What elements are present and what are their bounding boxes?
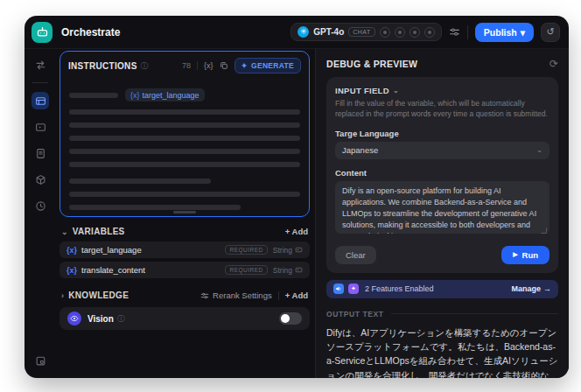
skeleton-line: [69, 162, 300, 167]
vision-setting-card: Vision ⓘ: [60, 307, 310, 330]
vision-label: Vision: [88, 314, 114, 324]
debug-preview-panel: DEBUG & PREVIEW ⟳ INPUT FIELD ⌄ Fill in …: [315, 49, 569, 378]
sidebar-item-panel-toggle[interactable]: [32, 352, 49, 369]
header-divider: [467, 25, 468, 39]
chevron-down-icon: ⌄: [61, 228, 68, 236]
vision-toggle[interactable]: [279, 312, 302, 325]
variable-icon: {x}: [66, 266, 77, 275]
target-language-select[interactable]: Japanese ⌄: [335, 142, 550, 159]
skeleton-line: [69, 178, 211, 184]
model-name: GPT-4o: [313, 27, 344, 37]
copy-prompt-icon[interactable]: [220, 61, 228, 70]
left-sidebar: [24, 49, 56, 378]
prompt-editor[interactable]: {x} target_language {x}: [60, 77, 309, 217]
history-icon: ↺: [546, 26, 554, 38]
knowledge-header: › KNOWLEDGE Rerank Settings + Add: [61, 290, 308, 300]
text-to-speech-feature-icon: [333, 284, 344, 294]
sidebar-item-logs[interactable]: [32, 144, 49, 162]
prompt-char-count: 78: [182, 61, 191, 70]
add-knowledge-button[interactable]: + Add: [285, 290, 308, 300]
variables-header: ⌄ VARIABLES + Add: [61, 227, 308, 236]
manage-features-link[interactable]: Manage →: [511, 284, 551, 293]
eye-icon: [67, 312, 81, 326]
sidebar-item-monitoring[interactable]: [32, 197, 49, 214]
skeleton-line: [69, 205, 241, 210]
configuration-column: INSTRUCTIONS ⓘ 78 {x} ✦ GENE: [56, 49, 315, 378]
rerank-icon: [200, 291, 209, 300]
output-divider: [391, 313, 558, 314]
skeleton-line: [69, 136, 300, 141]
features-enabled-bar[interactable]: ✦ 2 Features Enabled Manage →: [326, 280, 558, 298]
sidebar-item-arrange[interactable]: [32, 56, 49, 74]
input-type-icon: [295, 266, 303, 274]
model-capability-icon: [424, 27, 435, 38]
required-badge: REQUIRED: [225, 265, 267, 275]
insert-variable-icon[interactable]: {x}: [204, 61, 214, 70]
page-title: Orchestrate: [61, 26, 120, 38]
app-logo-icon: [32, 22, 52, 43]
model-selector[interactable]: ✳ GPT-4o CHAT: [290, 23, 442, 41]
sparkle-icon: ✦: [242, 61, 248, 70]
chevron-down-icon: ⌄: [393, 87, 399, 94]
content-label: Content: [335, 168, 550, 178]
sidebar-item-terminal[interactable]: [32, 118, 49, 136]
variable-type: String: [273, 246, 303, 255]
app-window: Orchestrate ✳ GPT-4o CHAT Publish▾: [24, 16, 569, 378]
generate-button[interactable]: ✦ GENERATE: [234, 58, 301, 74]
model-mode-badge: CHAT: [348, 27, 375, 37]
model-capability-icon: [380, 27, 390, 38]
chevron-right-icon: ›: [61, 291, 64, 300]
arrow-right-icon: →: [543, 284, 551, 293]
model-capability-icon: [410, 27, 420, 38]
instructions-title: INSTRUCTIONS: [68, 61, 137, 71]
tools-divider: [197, 61, 198, 70]
top-header: Orchestrate ✳ GPT-4o CHAT Publish▾: [24, 16, 569, 49]
panel-resize-handle[interactable]: [173, 211, 196, 214]
variable-icon: {x}: [66, 246, 77, 255]
skeleton-line: [69, 149, 300, 154]
debug-preview-title: DEBUG & PREVIEW: [326, 59, 417, 69]
add-variable-button[interactable]: + Add: [285, 227, 308, 236]
sidebar-divider: [32, 82, 48, 83]
variable-row-translate-content[interactable]: {x} translate_content REQUIRED String: [60, 262, 310, 278]
input-field-card: INPUT FIELD ⌄ Fill in the value of the v…: [326, 77, 558, 273]
variable-type: String: [273, 266, 303, 275]
instructions-panel[interactable]: INSTRUCTIONS ⓘ 78 {x} ✦ GENE: [60, 51, 310, 217]
input-field-title[interactable]: INPUT FIELD ⌄: [335, 86, 550, 95]
actions-divider: [278, 291, 279, 300]
skeleton-line: [69, 93, 118, 98]
more-like-this-feature-icon: ✦: [348, 284, 359, 294]
model-params-icon[interactable]: [449, 26, 460, 38]
output-text: Difyは、AIアプリケーションを構築するためのオープンソースプラットフォームで…: [326, 326, 558, 378]
skeleton-line: [69, 192, 300, 197]
chevron-down-icon: ▾: [521, 27, 525, 38]
skeleton-line: [69, 109, 300, 115]
variable-chip-target-language[interactable]: {x} target_language: [125, 88, 205, 102]
publish-button[interactable]: Publish▾: [475, 23, 534, 42]
features-enabled-text: 2 Features Enabled: [365, 284, 434, 293]
chevron-down-icon: ⌄: [536, 146, 542, 154]
sidebar-item-orchestrate[interactable]: [32, 92, 49, 109]
output-text-title: OUTPUT TEXT: [326, 310, 384, 318]
play-icon: ▶: [513, 251, 517, 258]
variable-row-target-language[interactable]: {x} target_language REQUIRED String: [60, 242, 310, 258]
refresh-icon[interactable]: ⟳: [550, 58, 558, 70]
variables-title[interactable]: ⌄ VARIABLES: [61, 227, 125, 236]
input-type-icon: [295, 246, 303, 254]
knowledge-title[interactable]: › KNOWLEDGE: [61, 290, 129, 300]
info-icon: ⓘ: [117, 313, 125, 325]
skeleton-line: [69, 122, 300, 128]
target-language-label: Targe Language: [335, 129, 550, 138]
clear-button[interactable]: Clear: [335, 246, 376, 264]
content-textarea[interactable]: Dify is an open-source platform for buil…: [335, 181, 550, 234]
model-provider-icon: ✳: [298, 26, 309, 38]
input-field-description: Fill in the value of the variable, which…: [335, 99, 550, 120]
model-capability-icon: [395, 27, 405, 38]
rerank-settings-button[interactable]: Rerank Settings: [200, 290, 272, 300]
sidebar-item-api[interactable]: [32, 171, 49, 188]
run-button[interactable]: ▶ Run: [501, 246, 550, 264]
history-button[interactable]: ↺: [541, 23, 560, 42]
info-icon: ⓘ: [141, 60, 149, 72]
required-badge: REQUIRED: [225, 245, 267, 255]
